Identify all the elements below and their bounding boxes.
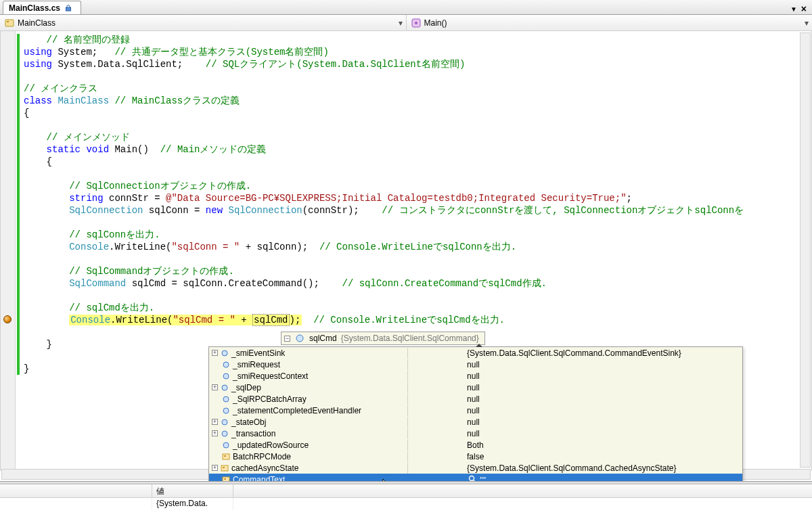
- datatip-row[interactable]: _smiRequestnull: [209, 359, 742, 370]
- svg-rect-2: [7, 21, 9, 22]
- field-icon: [221, 405, 231, 416]
- svg-point-5: [296, 335, 303, 342]
- class-selector-text: MainClass: [18, 18, 392, 28]
- datatip-row[interactable]: +cachedAsyncState{System.Data.SqlClient.…: [209, 462, 742, 474]
- svg-rect-16: [224, 455, 226, 457]
- datatip-row[interactable]: _smiRequestContextnull: [209, 370, 742, 382]
- datatip-row[interactable]: +_sqlDepnull: [209, 382, 742, 393]
- svg-point-7: [223, 362, 229, 367]
- field-icon: [221, 359, 231, 370]
- svg-rect-0: [66, 7, 71, 11]
- svg-point-4: [415, 22, 418, 24]
- datatip-member-value: {System.Data.SqlClient.SqlCommand.Cached…: [464, 462, 742, 474]
- datatip-row[interactable]: +_transactionnull: [209, 428, 742, 439]
- field-icon: [219, 417, 230, 428]
- svg-point-10: [223, 396, 229, 402]
- expand-icon[interactable]: +: [212, 430, 218, 436]
- datatip-row[interactable]: _statementCompletedEventHandlernull: [209, 405, 742, 416]
- expand-icon[interactable]: +: [212, 419, 218, 425]
- field-icon: [221, 440, 231, 451]
- datatip-member-value: null: [464, 382, 742, 393]
- field-icon: [221, 394, 231, 405]
- datatip-member-value: null: [464, 359, 742, 370]
- svg-point-21: [470, 476, 474, 481]
- svg-point-8: [223, 373, 229, 379]
- property-icon: [219, 463, 230, 474]
- datatip-row[interactable]: +_smiEventSink{System.Data.SqlClient.Sql…: [209, 347, 742, 359]
- watch-col-name[interactable]: [0, 484, 152, 497]
- svg-point-11: [223, 408, 229, 413]
- datatip-member-name: cachedAsyncState: [231, 463, 298, 473]
- field-icon: [219, 382, 230, 393]
- datatip-member-name: _smiEventSink: [231, 348, 285, 358]
- collapse-icon[interactable]: −: [284, 336, 290, 342]
- datatip-member-value: false: [464, 451, 742, 462]
- tab-menu-arrow-icon[interactable]: ▼: [790, 5, 797, 13]
- datatip-member-name: _smiRequest: [233, 360, 280, 369]
- glyph-margin[interactable]: [1, 31, 16, 471]
- svg-rect-18: [223, 467, 225, 468]
- lock-icon: [63, 3, 74, 14]
- datatip-member-name: _transaction: [231, 429, 275, 438]
- field-icon: [219, 428, 230, 439]
- datatip-member-value: {System.Data.SqlClient.SqlCommand.Comman…: [464, 347, 742, 359]
- code-content[interactable]: // 名前空間の登録 using System; // 共通データ型と基本クラス…: [24, 34, 811, 375]
- datatip-member-name: _updatedRowSource: [233, 440, 309, 450]
- datatip-member-value: null: [464, 416, 742, 428]
- datatip-row[interactable]: BatchRPCModefalse: [209, 451, 742, 462]
- datatip-row[interactable]: _SqlRPCBatchArraynull: [209, 393, 742, 405]
- tab-title: MainClass.cs: [9, 3, 60, 13]
- vertical-scrollbar[interactable]: [800, 32, 811, 468]
- svg-rect-1: [5, 20, 14, 26]
- datatip-member-value: null: [464, 370, 742, 382]
- field-icon: [219, 348, 230, 359]
- datatip-member-value: null: [464, 405, 742, 416]
- datatip-row[interactable]: +_stateObjnull: [209, 416, 742, 428]
- svg-point-9: [222, 385, 227, 390]
- watch-columns: 値: [0, 484, 812, 498]
- svg-point-13: [222, 431, 227, 436]
- watch-row[interactable]: {System.Data.: [0, 498, 812, 510]
- class-icon: [4, 18, 15, 28]
- datatip-member-name: _statementCompletedEventHandler: [233, 406, 361, 415]
- svg-point-12: [222, 419, 227, 425]
- local-var-icon: [294, 333, 305, 344]
- navigation-bar: MainClass ▾ Main() ▾: [0, 15, 812, 31]
- datatip-member-name: _SqlRPCBatchArray: [233, 394, 307, 404]
- svg-rect-20: [224, 478, 226, 480]
- datatip-member-value: null: [464, 428, 742, 439]
- datatip-member-name: _sqlDep: [231, 383, 261, 392]
- datatip-member-name: _smiRequestContext: [233, 371, 308, 381]
- datatip-member-name: _stateObj: [231, 417, 266, 427]
- datatip-member-name: BatchRPCMode: [233, 452, 291, 461]
- scroll-up-arrow-icon[interactable]: [476, 344, 482, 347]
- watch-cell-name: [0, 498, 152, 510]
- field-icon: [221, 371, 231, 382]
- svg-point-6: [222, 350, 227, 356]
- expand-icon[interactable]: +: [212, 384, 218, 390]
- watch-cell-value: {System.Data.: [152, 498, 233, 510]
- datatip-row[interactable]: _updatedRowSourceBoth: [209, 439, 742, 451]
- datatip-member-value: Both: [464, 439, 742, 451]
- member-selector[interactable]: Main() ▾: [407, 15, 813, 30]
- document-tab-bar: MainClass.cs ▼ ×: [0, 0, 812, 15]
- watch-panel: 値 {System.Data.: [0, 481, 812, 523]
- expand-icon[interactable]: +: [212, 465, 218, 471]
- breakpoint-marker-icon[interactable]: [3, 315, 12, 323]
- property-icon: [221, 451, 231, 462]
- method-icon: [411, 18, 422, 28]
- svg-point-14: [223, 442, 229, 448]
- expand-icon[interactable]: +: [212, 350, 218, 356]
- watch-col-value-header[interactable]: 値: [152, 484, 233, 497]
- datatip-member-value: null: [464, 393, 742, 405]
- datatip-header[interactable]: − sqlCmd {System.Data.SqlClient.SqlComma…: [281, 332, 485, 345]
- chevron-down-icon[interactable]: ▾: [801, 18, 812, 28]
- change-indicator: [17, 34, 20, 375]
- member-selector-text: Main(): [424, 18, 799, 28]
- datatip-var-type: {System.Data.SqlClient.SqlCommand}: [341, 334, 479, 343]
- datatip-var-name: sqlCmd: [309, 334, 337, 343]
- class-selector[interactable]: MainClass ▾: [0, 15, 407, 30]
- active-tab[interactable]: MainClass.cs: [3, 1, 81, 14]
- chevron-down-icon[interactable]: ▾: [395, 18, 406, 28]
- close-tab-icon[interactable]: ×: [801, 3, 807, 14]
